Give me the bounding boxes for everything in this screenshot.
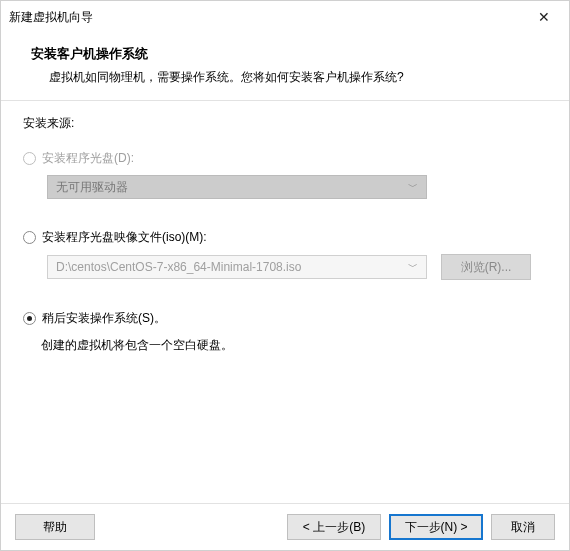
later-note: 创建的虚拟机将包含一个空白硬盘。 xyxy=(41,337,547,354)
help-button[interactable]: 帮助 xyxy=(15,514,95,540)
radio-later-input[interactable] xyxy=(23,312,36,325)
chevron-down-icon: ﹀ xyxy=(408,180,418,194)
browse-button: 浏览(R)... xyxy=(441,254,531,280)
radio-iso[interactable]: 安装程序光盘映像文件(iso)(M): xyxy=(23,229,547,246)
radio-iso-label: 安装程序光盘映像文件(iso)(M): xyxy=(42,229,207,246)
option-later: 稍后安装操作系统(S)。 创建的虚拟机将包含一个空白硬盘。 xyxy=(23,310,547,354)
wizard-footer: 帮助 < 上一步(B) 下一步(N) > 取消 xyxy=(1,503,569,550)
window-title: 新建虚拟机向导 xyxy=(9,9,93,26)
titlebar: 新建虚拟机向导 ✕ xyxy=(1,1,569,33)
radio-iso-input[interactable] xyxy=(23,231,36,244)
option-iso: 安装程序光盘映像文件(iso)(M): D:\centos\CentOS-7-x… xyxy=(23,229,547,280)
option-disc: 安装程序光盘(D): 无可用驱动器 ﹀ xyxy=(23,150,547,199)
close-icon[interactable]: ✕ xyxy=(529,9,559,25)
disc-drive-value: 无可用驱动器 xyxy=(56,179,128,196)
cancel-button[interactable]: 取消 xyxy=(491,514,555,540)
radio-later[interactable]: 稍后安装操作系统(S)。 xyxy=(23,310,547,327)
back-button[interactable]: < 上一步(B) xyxy=(287,514,381,540)
wizard-header: 安装客户机操作系统 虚拟机如同物理机，需要操作系统。您将如何安装客户机操作系统? xyxy=(1,33,569,101)
radio-disc-input xyxy=(23,152,36,165)
page-subtitle: 虚拟机如同物理机，需要操作系统。您将如何安装客户机操作系统? xyxy=(31,69,539,86)
disc-drive-select: 无可用驱动器 ﹀ xyxy=(47,175,427,199)
wizard-content: 安装来源: 安装程序光盘(D): 无可用驱动器 ﹀ 安装程序光盘映像文件(iso… xyxy=(1,101,569,503)
source-label: 安装来源: xyxy=(23,115,547,132)
wizard-window: 新建虚拟机向导 ✕ 安装客户机操作系统 虚拟机如同物理机，需要操作系统。您将如何… xyxy=(0,0,570,551)
radio-disc: 安装程序光盘(D): xyxy=(23,150,547,167)
next-button[interactable]: 下一步(N) > xyxy=(389,514,483,540)
iso-path-select: D:\centos\CentOS-7-x86_64-Minimal-1708.i… xyxy=(47,255,427,279)
chevron-down-icon: ﹀ xyxy=(408,260,418,274)
page-title: 安装客户机操作系统 xyxy=(31,45,539,63)
radio-disc-label: 安装程序光盘(D): xyxy=(42,150,134,167)
radio-later-label: 稍后安装操作系统(S)。 xyxy=(42,310,166,327)
iso-path-value: D:\centos\CentOS-7-x86_64-Minimal-1708.i… xyxy=(56,260,301,274)
